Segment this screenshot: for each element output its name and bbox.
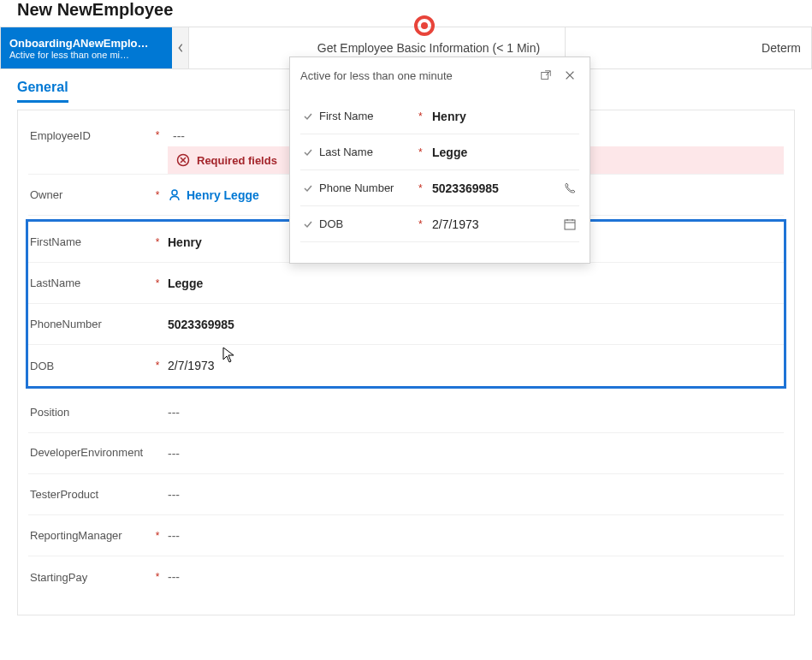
required-marker: * — [152, 571, 163, 583]
row-position: Position --- — [28, 392, 784, 433]
lastname-label: LastName — [28, 276, 152, 289]
flyout-row-dob: DOB * 2/7/1973 — [300, 206, 579, 242]
required-marker: * — [152, 360, 163, 372]
owner-value: Henry Legge — [187, 188, 259, 202]
row-lastname: LastName * Legge — [28, 263, 784, 304]
firstname-label: FirstName — [28, 235, 152, 248]
phone-icon — [563, 181, 577, 195]
pay-label: StartingPay — [28, 571, 152, 584]
popout-button[interactable] — [536, 66, 555, 85]
close-icon — [564, 69, 576, 81]
required-marker: * — [418, 110, 427, 122]
svg-rect-1 — [565, 220, 575, 229]
chevron-left-icon — [176, 43, 185, 53]
flyout-lastname-label: Last Name — [316, 146, 418, 158]
popout-icon — [540, 69, 552, 81]
flyout-dob-label: DOB — [316, 217, 418, 230]
flyout-phone-input[interactable]: 5023369985 — [427, 181, 560, 195]
calendar-icon — [563, 217, 577, 231]
flyout-firstname-input[interactable]: Henry — [427, 110, 579, 123]
stage-spacer — [189, 27, 292, 68]
person-icon — [168, 188, 181, 202]
date-picker-button[interactable] — [560, 217, 579, 231]
svg-rect-0 — [542, 73, 548, 80]
row-pay: StartingPay * --- — [28, 556, 784, 598]
stage-flyout: Active for less than one minute First Na… — [289, 56, 590, 264]
manager-input[interactable]: --- — [163, 529, 784, 543]
required-marker: * — [418, 182, 427, 194]
devenv-label: DeveloperEnvironment — [28, 446, 152, 461]
stage-active[interactable]: OnboardingANewEmplo… Active for less tha… — [1, 27, 172, 68]
stage-active-title: OnboardingANewEmplo… — [9, 37, 163, 50]
dob-label: DOB — [28, 360, 152, 372]
flyout-row-phone: Phone Number * 5023369985 — [300, 170, 579, 206]
target-marker — [414, 15, 435, 36]
error-icon — [176, 153, 190, 167]
lastname-input[interactable]: Legge — [163, 276, 784, 290]
cursor-icon — [222, 347, 236, 364]
phone-action[interactable] — [560, 181, 579, 195]
required-marker: * — [152, 530, 163, 542]
check-icon — [300, 111, 316, 122]
flyout-header: Active for less than one minute — [290, 57, 590, 93]
row-manager: ReportingManager * --- — [28, 515, 784, 556]
row-tester: TesterProduct --- — [28, 474, 784, 515]
row-dob: DOB * 2/7/1973 — [28, 345, 784, 386]
flyout-firstname-label: First Name — [316, 110, 418, 122]
required-marker: * — [152, 277, 163, 289]
devenv-input[interactable]: --- — [163, 447, 784, 461]
svg-point-6 — [172, 190, 177, 195]
tab-general[interactable]: General — [17, 80, 68, 103]
tester-input[interactable]: --- — [163, 488, 784, 502]
row-devenv: DeveloperEnvironment --- — [28, 433, 784, 474]
pay-input[interactable]: --- — [163, 570, 784, 584]
required-marker: * — [418, 218, 427, 230]
flyout-body: First Name * Henry Last Name * Legge Pho… — [290, 93, 590, 263]
flyout-phone-label: Phone Number — [316, 181, 418, 194]
stage-active-subtitle: Active for less than one mi… — [9, 50, 163, 60]
flyout-row-firstname: First Name * Henry — [300, 98, 579, 134]
error-text: Required fields — [197, 154, 277, 167]
tester-label: TesterProduct — [28, 488, 152, 501]
page-title: New NewEmployee — [0, 0, 812, 27]
employeeid-label: EmployeeID — [28, 129, 152, 142]
position-label: Position — [28, 406, 152, 419]
required-marker: * — [418, 146, 427, 158]
required-marker: * — [152, 189, 163, 201]
flyout-dob-input[interactable]: 2/7/1973 — [427, 217, 560, 231]
stage-collapse-button[interactable] — [172, 27, 189, 68]
row-phone: PhoneNumber 5023369985 — [28, 304, 784, 345]
required-marker: * — [152, 129, 163, 141]
close-button[interactable] — [560, 66, 579, 85]
flyout-lastname-input[interactable]: Legge — [427, 146, 579, 159]
check-icon — [300, 183, 316, 193]
flyout-row-lastname: Last Name * Legge — [300, 134, 579, 170]
check-icon — [300, 219, 316, 229]
stage-determine[interactable]: Determ — [566, 27, 811, 68]
phone-input[interactable]: 5023369985 — [163, 318, 784, 331]
dob-input[interactable]: 2/7/1973 — [163, 359, 784, 372]
owner-label: Owner — [28, 188, 152, 201]
check-icon — [300, 147, 316, 158]
required-marker: * — [152, 236, 163, 248]
flyout-title: Active for less than one minute — [300, 69, 531, 82]
manager-label: ReportingManager — [28, 529, 152, 542]
phone-label: PhoneNumber — [28, 318, 152, 330]
position-input[interactable]: --- — [163, 406, 784, 419]
